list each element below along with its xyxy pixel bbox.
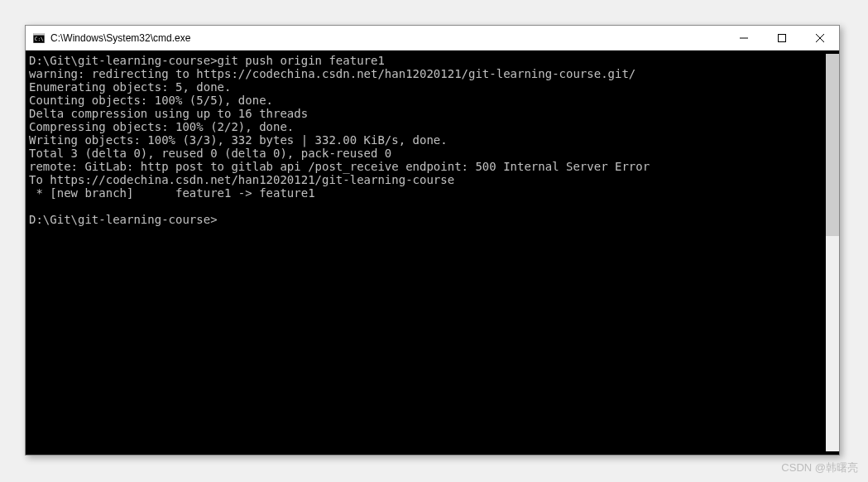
- terminal-output: D:\Git\git-learning-course>git push orig…: [29, 54, 826, 451]
- terminal-body[interactable]: D:\Git\git-learning-course>git push orig…: [26, 51, 839, 455]
- maximize-button[interactable]: [763, 26, 801, 50]
- scrollbar-thumb[interactable]: [826, 54, 839, 236]
- cmd-window: C:\ C:\Windows\System32\cmd.exe D:\Git\g…: [25, 25, 840, 455]
- window-title: C:\Windows\System32\cmd.exe: [50, 32, 725, 44]
- svg-rect-1: [33, 33, 45, 36]
- watermark: CSDN @韩曙亮: [781, 460, 858, 475]
- cmd-icon: C:\: [32, 31, 46, 45]
- titlebar[interactable]: C:\ C:\Windows\System32\cmd.exe: [26, 26, 839, 51]
- svg-rect-4: [779, 34, 786, 41]
- svg-text:C:\: C:\: [35, 36, 44, 41]
- scrollbar[interactable]: [826, 54, 839, 451]
- close-button[interactable]: [801, 26, 839, 50]
- window-controls: [725, 26, 839, 50]
- minimize-button[interactable]: [725, 26, 763, 50]
